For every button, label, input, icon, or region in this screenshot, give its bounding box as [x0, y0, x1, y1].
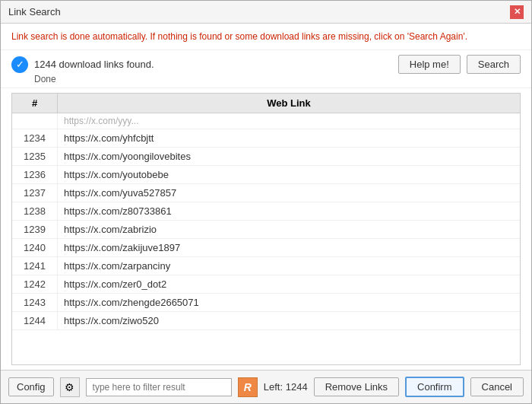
- gear-icon[interactable]: ⚙: [60, 377, 80, 397]
- status-section: ✓ 1244 download links found.: [11, 56, 154, 73]
- help-button[interactable]: Help me!: [398, 55, 461, 74]
- col-num-header: #: [12, 94, 58, 113]
- info-bar: Link search is done automatically. If no…: [1, 24, 531, 50]
- row-link: https://x.com/youtobebe: [58, 166, 520, 183]
- table-row[interactable]: 1241 https://x.com/zarpanciny: [12, 257, 520, 275]
- row-link: https://x.com/z80733861: [58, 202, 520, 220]
- col-link-header: Web Link: [58, 94, 520, 113]
- table-row[interactable]: 1243 https://x.com/zhengde2665071: [12, 294, 520, 312]
- row-num: 1237: [12, 184, 58, 202]
- table-row[interactable]: 1239 https://x.com/zabrizio: [12, 221, 520, 239]
- table-row[interactable]: 1237 https://x.com/yuva527857: [12, 184, 520, 202]
- row-num: 1240: [12, 239, 58, 256]
- row-link: https://x.com/zabrizio: [58, 221, 520, 238]
- row-num: 1243: [12, 294, 58, 311]
- check-icon: ✓: [11, 56, 28, 73]
- row-link: https://x.com/zer0_dot2: [58, 275, 520, 293]
- row-link: https://x.com/zhengde2665071: [58, 294, 520, 311]
- row-num: 1242: [12, 275, 58, 293]
- footer: Config ⚙ R Left: 1244 Remove Links Confi…: [1, 370, 531, 403]
- table-row[interactable]: 1235 https://x.com/yoongilovebites: [12, 148, 520, 166]
- table-row[interactable]: 1244 https://x.com/ziwo520: [12, 312, 520, 330]
- action-buttons: Help me! Search: [398, 55, 521, 74]
- cancel-button[interactable]: Cancel: [470, 377, 524, 396]
- status-text: 1244 download links found.: [34, 59, 154, 70]
- table-body: https://x.com/yyy... 1234 https://x.com/…: [12, 113, 520, 364]
- cut-row: https://x.com/yyy...: [12, 113, 520, 129]
- row-num: 1241: [12, 257, 58, 275]
- row-num: 1238: [12, 202, 58, 220]
- left-label: Left: 1244: [264, 381, 308, 393]
- links-table: # Web Link https://x.com/yyy... 1234 htt…: [11, 93, 521, 365]
- row-link: https://x.com/yhfcbjtt: [58, 129, 520, 147]
- row-link: https://x.com/ziwo520: [58, 312, 520, 329]
- table-row[interactable]: 1240 https://x.com/zakijuve1897: [12, 239, 520, 257]
- title-bar: Link Search ✕: [1, 1, 531, 24]
- row-num: 1236: [12, 166, 58, 183]
- table-header: # Web Link: [12, 94, 520, 113]
- row-link: https://x.com/yuva527857: [58, 184, 520, 202]
- row-link: https://x.com/yoongilovebites: [58, 148, 520, 165]
- row-num: 1244: [12, 312, 58, 329]
- dialog-title: Link Search: [8, 6, 61, 17]
- done-label: Done: [11, 74, 521, 84]
- table-row[interactable]: 1242 https://x.com/zer0_dot2: [12, 275, 520, 294]
- link-search-dialog: Link Search ✕ Link search is done automa…: [0, 0, 532, 404]
- confirm-button[interactable]: Confirm: [405, 377, 464, 397]
- search-button[interactable]: Search: [467, 55, 521, 74]
- row-num: 1239: [12, 221, 58, 238]
- row-link: https://x.com/zakijuve1897: [58, 239, 520, 256]
- info-message: Link search is done automatically. If no…: [11, 31, 467, 42]
- r-icon[interactable]: R: [238, 377, 258, 397]
- table-row[interactable]: 1234 https://x.com/yhfcbjtt: [12, 129, 520, 148]
- filter-input[interactable]: [86, 378, 232, 396]
- table-row[interactable]: 1236 https://x.com/youtobebe: [12, 166, 520, 184]
- remove-links-button[interactable]: Remove Links: [314, 377, 399, 396]
- table-row[interactable]: 1238 https://x.com/z80733861: [12, 202, 520, 221]
- config-button[interactable]: Config: [8, 377, 54, 396]
- row-num: 1235: [12, 148, 58, 165]
- row-link: https://x.com/zarpanciny: [58, 257, 520, 275]
- row-num: 1234: [12, 129, 58, 147]
- close-button[interactable]: ✕: [510, 5, 524, 19]
